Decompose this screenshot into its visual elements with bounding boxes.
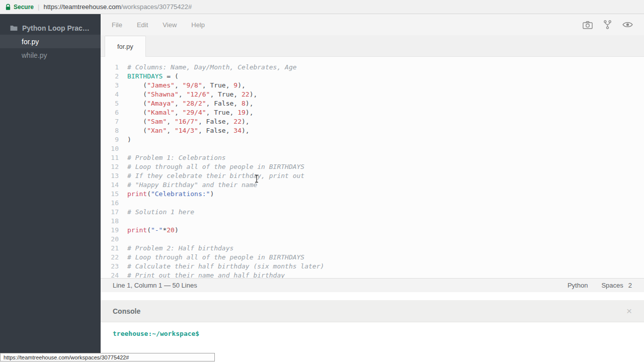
snapshot-camera-icon[interactable] (583, 21, 593, 29)
code-line[interactable]: 4 ("Shawna", "12/6", True, 22), (101, 90, 644, 99)
code-line[interactable]: 2BIRTHDAYS = ( (101, 72, 644, 81)
code-line[interactable]: 10 (101, 144, 644, 153)
url-text[interactable]: https://teamtreehouse.com/workspaces/307… (43, 3, 192, 11)
file-tree-sidebar: Python Loop Prac… for.py while.py (0, 14, 101, 361)
code-token: = ( (163, 72, 178, 80)
browser-address-bar[interactable]: Secure | https://teamtreehouse.com/works… (0, 0, 644, 14)
menu-file[interactable]: File (112, 21, 122, 29)
code-line[interactable]: 6 ("Kamal", "29/4", True, 19), (101, 108, 644, 117)
code-token: # If they celebrate their birthday, prin… (127, 172, 304, 179)
code-token: "Xan" (147, 127, 167, 134)
code-text: print("-"*20) (119, 226, 179, 235)
code-line[interactable]: 15print("Celebrations:") (101, 190, 644, 199)
code-text (119, 235, 127, 244)
code-line[interactable]: 16 (101, 199, 644, 208)
code-token: ( (127, 109, 147, 116)
code-line[interactable]: 5 ("Amaya", "28/2", False, 8), (101, 99, 644, 108)
code-token: "Shawna" (147, 90, 179, 98)
code-token: ), (237, 81, 246, 89)
menu-help[interactable]: Help (191, 21, 205, 29)
code-editor[interactable]: 1# Columns: Name, Day/Month, Celebrates,… (101, 57, 644, 278)
code-line[interactable]: 22# Loop through all of the people in BI… (101, 253, 644, 262)
code-token: , True, (206, 109, 238, 116)
sidebar-folder-python-loop-practice[interactable]: Python Loop Prac… (0, 21, 101, 35)
tab-bar: for.py (101, 35, 644, 57)
line-number: 8 (101, 126, 119, 135)
code-text: ("Sam", "16/7", False, 22), (119, 117, 250, 126)
code-token: 22 (242, 90, 250, 98)
code-token: , (175, 109, 183, 116)
code-token: , (167, 127, 175, 134)
cursor-position-status: Line 1, Column 1 — 50 Lines (113, 282, 197, 289)
code-token: # Solution 1 here (127, 208, 194, 216)
code-token: "12/6" (186, 90, 210, 98)
spaces-value: 2 (628, 282, 632, 289)
code-line[interactable]: 8 ("Xan", "14/3", False, 34), (101, 126, 644, 135)
code-token: ), (250, 90, 258, 98)
line-number: 15 (101, 190, 119, 199)
code-token: # Problem 2: Half birthdays (127, 244, 233, 252)
code-text: print("Celebrations:") (119, 190, 214, 199)
code-text: ("Kamal", "29/4", True, 19), (119, 108, 254, 117)
code-line[interactable]: 12# Loop through all of the people in BI… (101, 162, 644, 171)
sidebar-file-for-py[interactable]: for.py (0, 35, 101, 48)
code-text (119, 199, 127, 208)
console-close-icon[interactable]: × (626, 306, 632, 316)
code-token: print (127, 190, 147, 198)
console-title: Console (113, 307, 140, 315)
menu-view[interactable]: View (163, 21, 177, 29)
console-header: Console × (101, 300, 644, 322)
code-text (119, 217, 127, 226)
line-number: 21 (101, 244, 119, 253)
code-line[interactable]: 18 (101, 217, 644, 226)
code-token: ), (242, 118, 250, 125)
editor-settings: Python Spaces 2 (568, 282, 632, 289)
line-number: 2 (101, 72, 119, 81)
language-selector[interactable]: Python (568, 282, 588, 289)
code-line[interactable]: 14# "Happy Birthday" and their name (101, 180, 644, 190)
code-token: # Columns: Name, Day/Month, Celebrates, … (127, 63, 297, 71)
code-line[interactable]: 9) (101, 135, 644, 144)
code-line[interactable]: 3 ("James", "9/8", True, 9), (101, 81, 644, 90)
code-line[interactable]: 1# Columns: Name, Day/Month, Celebrates,… (101, 63, 644, 72)
editor-status-bar: Line 1, Column 1 — 50 Lines Python Space… (101, 278, 644, 292)
code-line[interactable]: 20 (101, 235, 644, 244)
secure-label: Secure (14, 4, 34, 11)
code-token: 22 (233, 118, 242, 125)
workspace-app: Python Loop Prac… for.py while.py File E… (0, 14, 644, 361)
sidebar-file-while-py[interactable]: while.py (0, 48, 101, 62)
code-text: # Columns: Name, Day/Month, Celebrates, … (119, 63, 297, 72)
code-line[interactable]: 7 ("Sam", "16/7", False, 22), (101, 117, 644, 126)
tab-for-py[interactable]: for.py (105, 36, 146, 57)
fork-icon[interactable] (604, 20, 611, 29)
code-line[interactable]: 11# Problem 1: Celebrations (101, 153, 644, 162)
line-number: 13 (101, 171, 119, 180)
menu-bar: File Edit View Help (101, 14, 644, 35)
menu-edit[interactable]: Edit (137, 21, 148, 29)
preview-eye-icon[interactable] (622, 21, 633, 28)
line-number: 22 (101, 253, 119, 262)
page: Secure | https://teamtreehouse.com/works… (0, 0, 644, 362)
line-number: 24 (101, 271, 119, 278)
code-token: ) (175, 226, 179, 234)
code-token: 34 (233, 127, 242, 134)
line-number: 11 (101, 153, 119, 162)
code-line[interactable]: 24# Print out their name and half birthd… (101, 271, 644, 278)
code-token: , (167, 118, 175, 125)
line-number: 17 (101, 208, 119, 217)
code-line[interactable]: 19print("-"*20) (101, 226, 644, 235)
code-token: , False, (206, 100, 242, 107)
code-line[interactable]: 23# Calculate their half birthday (six m… (101, 262, 644, 271)
lock-icon (5, 4, 11, 11)
folder-icon (10, 25, 18, 31)
code-token: ( (127, 118, 147, 125)
code-token: # Calculate their half birthday (six mon… (127, 262, 324, 270)
code-line[interactable]: 17# Solution 1 here (101, 208, 644, 217)
code-line[interactable]: 21# Problem 2: Half birthdays (101, 244, 644, 253)
tab-label: for.py (117, 43, 133, 50)
code-line[interactable]: 13# If they celebrate their birthday, pr… (101, 171, 644, 180)
line-number: 7 (101, 117, 119, 126)
indentation-selector[interactable]: Spaces 2 (601, 282, 632, 289)
code-lines: 1# Columns: Name, Day/Month, Celebrates,… (101, 63, 644, 278)
code-token: "29/4" (183, 109, 206, 116)
